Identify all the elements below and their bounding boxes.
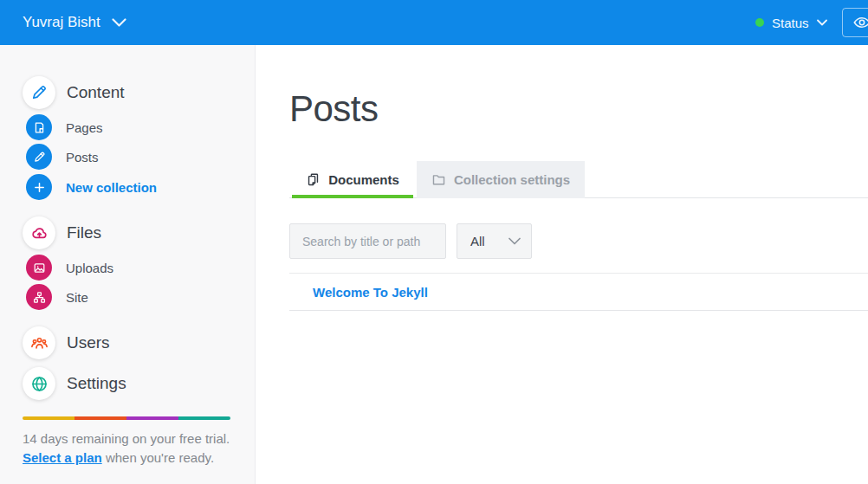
- tab-label: Documents: [328, 172, 399, 187]
- sidebar-section-users[interactable]: Users: [23, 326, 110, 359]
- divider-segment: [23, 416, 74, 420]
- sidebar-item-label: Pages: [66, 120, 103, 135]
- trial-line2: when you're ready.: [106, 450, 214, 465]
- main-content: Posts Documents Collection settings All …: [256, 45, 868, 484]
- sidebar-section-settings[interactable]: Settings: [23, 367, 126, 400]
- active-tab-underline: [292, 195, 413, 198]
- sidebar-section-label: Users: [67, 333, 110, 352]
- filter-select[interactable]: All: [457, 223, 532, 259]
- sidebar-section-label: Settings: [67, 374, 126, 393]
- divider-segment: [126, 416, 178, 420]
- status-label: Status: [772, 16, 809, 30]
- document-row[interactable]: Welcome To Jekyll: [289, 273, 868, 311]
- divider-segment: [178, 416, 230, 420]
- trial-line1: 14 days remaining on your free trial.: [23, 431, 230, 446]
- document-link[interactable]: Welcome To Jekyll: [313, 285, 428, 300]
- sidebar-section-content[interactable]: Content: [23, 76, 125, 109]
- select-plan-link[interactable]: Select a plan: [23, 450, 102, 465]
- sidebar-item-label: Uploads: [66, 261, 113, 275]
- globe-icon: [23, 367, 55, 400]
- chevron-down-icon: [508, 237, 521, 245]
- image-icon: [26, 255, 52, 281]
- trial-message: 14 days remaining on your free trial. Se…: [23, 429, 243, 467]
- sidebar-item-pages[interactable]: Pages: [26, 114, 103, 140]
- sitemap-icon: [26, 284, 52, 310]
- cloud-upload-icon: [23, 216, 55, 249]
- sidebar-item-new-collection[interactable]: New collection: [26, 174, 157, 200]
- user-menu[interactable]: Yuvraj Bisht: [23, 0, 126, 45]
- sidebar-item-uploads[interactable]: Uploads: [26, 255, 113, 281]
- topbar: Yuvraj Bisht Status: [0, 0, 868, 45]
- status-dot-icon: [755, 18, 764, 27]
- page-icon: [26, 114, 52, 140]
- sidebar-item-site[interactable]: Site: [26, 284, 88, 310]
- eye-icon: [852, 13, 868, 32]
- user-name: Yuvraj Bisht: [23, 14, 100, 31]
- chevron-down-icon: [817, 19, 827, 26]
- sidebar-item-label: Posts: [66, 150, 99, 165]
- tab-documents[interactable]: Documents: [292, 161, 413, 198]
- users-icon: [23, 326, 55, 359]
- pencil-icon: [26, 144, 52, 170]
- filter-value: All: [470, 234, 485, 248]
- search-input[interactable]: [289, 223, 446, 259]
- sidebar-item-label: New collection: [66, 180, 157, 195]
- sidebar-section-label: Content: [67, 83, 125, 102]
- folder-icon: [431, 172, 446, 187]
- preview-button[interactable]: [842, 8, 868, 37]
- chevron-down-icon: [112, 18, 126, 28]
- plus-icon: [26, 174, 52, 200]
- sidebar-section-files[interactable]: Files: [23, 216, 101, 249]
- sidebar-item-posts[interactable]: Posts: [26, 144, 99, 170]
- documents-icon: [306, 172, 321, 187]
- status-menu[interactable]: Status: [755, 0, 827, 45]
- page-title: Posts: [289, 88, 379, 130]
- divider-segment: [74, 416, 126, 420]
- pencil-icon: [23, 76, 55, 109]
- tab-label: Collection settings: [454, 172, 570, 187]
- sidebar-item-label: Site: [66, 290, 88, 305]
- sidebar-section-label: Files: [67, 223, 101, 242]
- tab-collection-settings[interactable]: Collection settings: [417, 161, 585, 198]
- sidebar: Content Pages Posts New collection: [0, 45, 256, 484]
- trial-divider: [23, 416, 230, 420]
